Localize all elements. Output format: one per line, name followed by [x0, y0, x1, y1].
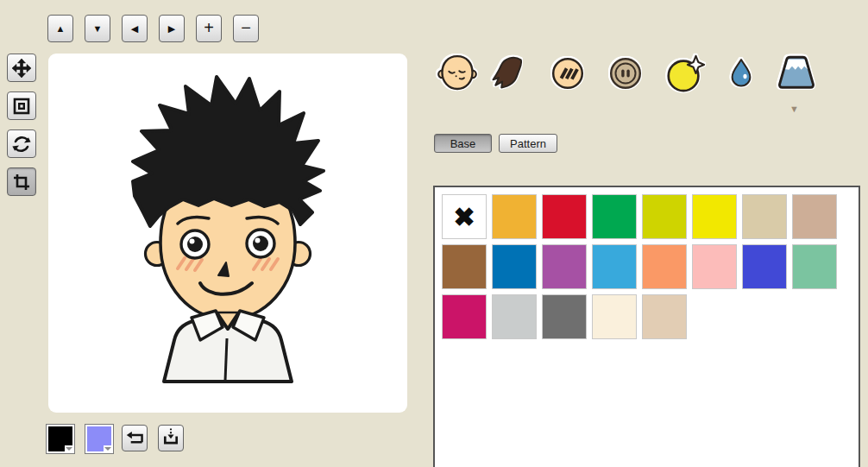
category-skin-color[interactable] — [662, 50, 708, 100]
swatch-yellow[interactable] — [692, 194, 737, 239]
category-eyebrows[interactable] — [544, 50, 591, 100]
undo-button[interactable] — [122, 425, 148, 451]
palette-grid: ✖ — [435, 187, 844, 339]
swatch-beige[interactable] — [742, 194, 787, 239]
hair-icon — [489, 53, 527, 98]
tab-base[interactable]: Base — [434, 134, 492, 153]
save-tray-icon — [161, 427, 180, 449]
save-button[interactable] — [158, 425, 184, 451]
drawing-canvas[interactable] — [48, 54, 407, 413]
rotate-icon — [11, 134, 32, 155]
triangle-down-icon: ▼ — [93, 23, 103, 34]
nudge-up-button[interactable]: ▲ — [47, 15, 73, 42]
swatch-blue[interactable] — [492, 244, 537, 289]
crop-icon — [11, 172, 32, 192]
swatch-sky-blue[interactable] — [592, 244, 637, 289]
zoom-out-button[interactable]: − — [233, 15, 259, 42]
swatch-gray[interactable] — [542, 294, 587, 339]
swatch-salmon[interactable] — [642, 244, 687, 289]
mountain-icon — [772, 54, 821, 97]
scale-tool-button[interactable] — [7, 92, 36, 120]
category-water[interactable] — [718, 50, 764, 100]
swatch-light-gray[interactable] — [492, 294, 537, 339]
water-drop-icon — [726, 54, 757, 96]
swatch-red[interactable] — [542, 194, 587, 239]
swatch-pink[interactable] — [692, 244, 737, 289]
swatch-sea-green[interactable] — [792, 244, 837, 289]
rotate-tool-button[interactable] — [7, 129, 36, 158]
sun-sparkle-icon — [664, 52, 707, 98]
crop-tool-button[interactable] — [7, 167, 36, 196]
triangle-right-icon: ▶ — [168, 23, 175, 35]
face-icon — [436, 53, 479, 98]
swatch-indigo[interactable] — [742, 244, 787, 289]
color-palette-panel: ✖ — [433, 186, 860, 467]
triangle-up-icon: ▲ — [56, 23, 66, 34]
button-eyes-icon — [606, 54, 645, 97]
plus-icon: + — [204, 18, 214, 38]
top-toolbar: ▲▼◀▶+− — [47, 15, 259, 42]
swatch-green[interactable] — [592, 194, 637, 239]
selected-category-indicator: ▼ — [789, 104, 799, 114]
swatch-sand[interactable] — [642, 294, 687, 339]
category-face[interactable] — [434, 50, 481, 100]
avatar-illustration — [48, 54, 407, 413]
zoom-in-button[interactable]: + — [196, 15, 222, 42]
swatch-purple[interactable] — [542, 244, 587, 289]
swatch-tan[interactable] — [792, 194, 837, 239]
nudge-right-button[interactable]: ▶ — [159, 15, 185, 42]
primary-color-swatch — [48, 426, 72, 451]
nudge-left-button[interactable]: ◀ — [122, 15, 148, 42]
minus-icon: − — [241, 18, 251, 38]
tab-pattern[interactable]: Pattern — [499, 134, 557, 153]
secondary-color-well[interactable] — [85, 424, 114, 454]
swatch-yellow-green[interactable] — [642, 194, 687, 239]
nudge-down-button[interactable]: ▼ — [85, 15, 110, 42]
swatch-magenta[interactable] — [442, 294, 487, 339]
primary-color-well[interactable] — [46, 424, 75, 454]
category-eyes[interactable] — [602, 50, 649, 100]
swatch-cream[interactable] — [592, 294, 637, 339]
secondary-color-swatch — [87, 426, 111, 451]
nested-squares-icon — [11, 96, 32, 117]
move-arrows-icon — [11, 58, 32, 79]
category-background[interactable] — [773, 50, 820, 100]
swatch-brown[interactable] — [442, 244, 487, 289]
chevron-down-icon — [65, 445, 73, 452]
triangle-left-icon: ◀ — [131, 23, 138, 35]
chevron-down-icon — [104, 445, 112, 452]
swatch-none[interactable]: ✖ — [442, 194, 487, 239]
move-tool-button[interactable] — [7, 54, 36, 82]
eyebrows-icon — [548, 54, 588, 97]
category-hair[interactable] — [485, 50, 531, 100]
swatch-orange[interactable] — [492, 194, 537, 239]
undo-arrow-icon — [125, 428, 144, 449]
